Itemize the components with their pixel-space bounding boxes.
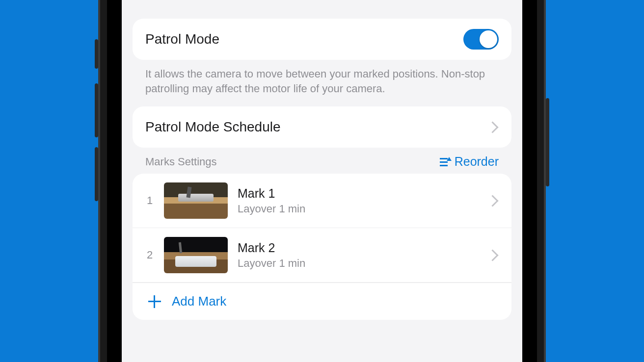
- mark-name: Mark 1: [238, 186, 305, 201]
- page-background: Patrol Mode It allows the camera to move…: [0, 0, 644, 362]
- patrol-mode-row[interactable]: Patrol Mode: [145, 19, 499, 60]
- mark-index: 2: [145, 249, 154, 261]
- mark-thumbnail: [164, 182, 228, 219]
- phone-volume-down: [95, 147, 98, 201]
- chevron-right-icon: [486, 195, 498, 207]
- patrol-schedule-label: Patrol Mode Schedule: [145, 119, 281, 135]
- mark-layover: Layover 1 min: [238, 257, 305, 270]
- mark-text: Mark 1 Layover 1 min: [238, 186, 305, 215]
- patrol-mode-card: Patrol Mode: [133, 19, 511, 60]
- patrol-mode-toggle[interactable]: [463, 29, 499, 50]
- plus-icon: [148, 295, 161, 308]
- mark-layover: Layover 1 min: [238, 203, 305, 215]
- patrol-mode-title: Patrol Mode: [145, 31, 219, 47]
- chevron-right-icon: [486, 249, 498, 261]
- mark-row[interactable]: 2 Mark 2 Layover 1 min: [133, 228, 511, 283]
- phone-screen: Patrol Mode It allows the camera to move…: [122, 0, 522, 362]
- add-mark-label: Add Mark: [172, 294, 226, 309]
- phone-bezel: Patrol Mode It allows the camera to move…: [107, 0, 537, 362]
- marks-section-label: Marks Settings: [145, 155, 217, 168]
- phone-frame: Patrol Mode It allows the camera to move…: [98, 0, 546, 362]
- mark-thumbnail: [164, 237, 228, 273]
- reorder-button[interactable]: Reorder: [440, 155, 499, 169]
- chevron-right-icon: [486, 121, 498, 133]
- reorder-icon: [440, 157, 452, 167]
- marks-list: 1 Mark 1 Layover 1 min 2: [133, 174, 511, 320]
- reorder-label: Reorder: [455, 155, 499, 169]
- patrol-mode-description: It allows the camera to move between you…: [133, 60, 511, 106]
- patrol-schedule-row[interactable]: Patrol Mode Schedule: [145, 106, 499, 148]
- mark-row[interactable]: 1 Mark 1 Layover 1 min: [133, 174, 511, 228]
- mark-index: 1: [145, 194, 154, 207]
- marks-section-header: Marks Settings Reorder: [133, 148, 511, 174]
- mark-name: Mark 2: [238, 241, 305, 255]
- patrol-schedule-card: Patrol Mode Schedule: [133, 106, 511, 148]
- phone-power-button: [546, 98, 549, 186]
- toggle-knob: [480, 30, 497, 48]
- add-mark-row[interactable]: Add Mark: [133, 283, 511, 320]
- settings-content: Patrol Mode It allows the camera to move…: [122, 19, 522, 320]
- phone-side-button: [95, 39, 98, 69]
- mark-text: Mark 2 Layover 1 min: [238, 241, 305, 270]
- phone-volume-up: [95, 83, 98, 137]
